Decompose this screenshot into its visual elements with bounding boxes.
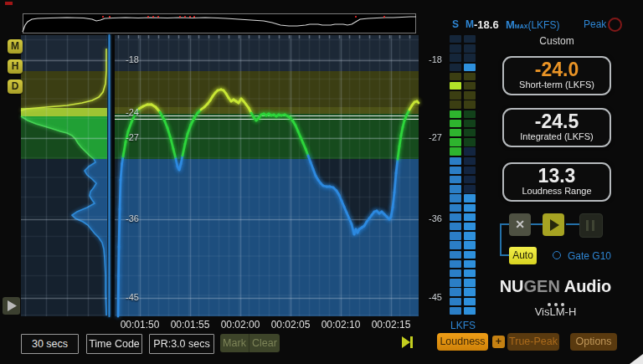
meter-m-segment (464, 194, 476, 202)
meter-m-segment (464, 269, 476, 277)
loudness-range-readout: 13.3 Loudness Range (502, 162, 611, 202)
meter-m-segment (464, 157, 476, 165)
loudness-range-value: 13.3 (504, 166, 610, 186)
time-axis-label: 00:01:50 (121, 319, 160, 331)
meter-s-segment (450, 54, 461, 61)
time-axis-label: 00:02:10 (322, 319, 361, 331)
meter-m-segment (464, 91, 476, 99)
short-term-label: Short-term (LKFS) (504, 79, 610, 90)
meter-s-segment (450, 138, 461, 146)
meter-s-segment (450, 100, 461, 108)
peak-label: Peak (584, 18, 606, 30)
meter-s-segment (450, 232, 461, 239)
mmax-label: MMAX(LKFS) (506, 18, 559, 31)
meter-m-segment (464, 35, 476, 43)
meter-m-segment (464, 73, 476, 80)
meter-m-segment (464, 298, 476, 305)
meter-m-segment (464, 167, 476, 174)
meter-s-segment (450, 64, 461, 71)
meter-m-segment (464, 288, 476, 295)
options-button[interactable]: Options (570, 333, 617, 351)
plot-db-label: -36 (126, 213, 139, 223)
meter-s-segment (450, 73, 461, 80)
loudness-range-label: Loudness Range (504, 186, 610, 196)
meter-m-segment (464, 100, 476, 108)
meter-m-segment (464, 54, 476, 61)
peak-indicator-lamp[interactable] (608, 18, 622, 32)
meter-s-segment (450, 129, 461, 136)
connector-line (566, 223, 579, 225)
meter-m-segment (464, 64, 476, 71)
meter-s-segment (450, 167, 461, 174)
meter-s-segment (450, 185, 461, 192)
meter-m-segment (464, 138, 476, 146)
meter-s-segment (450, 44, 461, 52)
meter-m-segment (464, 241, 476, 249)
meter-s-segment (450, 269, 461, 277)
auto-button[interactable]: Auto (509, 247, 537, 264)
graph-view-button-d[interactable]: D (8, 79, 23, 94)
meter-m-segment (464, 204, 476, 212)
meter-m-segment (464, 307, 476, 315)
preset-name[interactable]: Custom (511, 35, 603, 47)
resize-grip[interactable] (630, 354, 643, 364)
brand-nu: NU (500, 277, 524, 295)
meter-s-segment (450, 288, 461, 295)
meter-s-header: S (450, 18, 461, 30)
play-icon (550, 219, 559, 231)
timecode-button[interactable]: Time Code (86, 334, 142, 354)
window-length-button[interactable]: 30 secs (21, 334, 79, 354)
graph-view-button-h[interactable]: H (8, 59, 23, 74)
integrated-label: Integrated (LKFS) (504, 131, 610, 141)
meter-s-segment (450, 82, 461, 90)
meter-unit-label: LKFS (444, 320, 482, 331)
connector-line (500, 254, 509, 256)
pause-icon (592, 220, 594, 231)
meter-m-segment (464, 110, 476, 118)
meter-m-segment (464, 213, 476, 221)
vislm-plugin-window: { "colors":{"accent_blue":"#2e86d4","acc… (0, 0, 643, 364)
short-term-value: -24.0 (504, 59, 610, 79)
pr-window-button[interactable]: PR:3.0 secs (149, 334, 214, 354)
meter-s-segment (450, 213, 461, 221)
loudness-tab[interactable]: Loudness (437, 333, 488, 351)
play-button[interactable] (543, 213, 564, 236)
brand-logo: NUGEN Audio (491, 277, 620, 296)
pause-icon (586, 220, 589, 231)
meter-s-segment (450, 110, 461, 118)
mmax-value: -18.6 (474, 18, 499, 31)
meter-m-segment (464, 260, 476, 268)
clear-button[interactable]: Clear (249, 334, 280, 352)
reset-button[interactable]: ✕ (509, 213, 531, 236)
meter-s-segment (450, 260, 461, 268)
integrated-readout: -24.5 Integrated (LKFS) (502, 108, 611, 147)
brand-gen: GEN (524, 277, 560, 295)
gate-label: Gate G10 (568, 250, 611, 262)
meter-m-segment (464, 223, 476, 230)
connector-line (500, 223, 502, 256)
meter-m-segment (464, 251, 476, 259)
meter-m-segment (464, 129, 476, 136)
meter-s-segment (450, 91, 461, 99)
pause-button[interactable] (579, 213, 603, 238)
meter-m-segment (464, 147, 476, 155)
meter-db-label: -45 (419, 292, 442, 302)
meter-s-segment (450, 176, 461, 183)
meter-s-segment (450, 241, 461, 249)
true-peak-tab[interactable]: True-Peak (507, 333, 559, 351)
meter-s-segment (450, 147, 461, 155)
meter-m-segment (464, 44, 476, 52)
link-plus-button[interactable]: + (492, 336, 505, 348)
meter-m-segment (464, 176, 476, 183)
connector-line (501, 223, 509, 225)
graph-view-button-m[interactable]: M (8, 39, 23, 54)
record-indicator (5, 2, 13, 5)
integrated-value: -24.5 (504, 111, 610, 131)
meter-s-segment (450, 279, 461, 286)
short-term-readout: -24.0 Short-term (LKFS) (502, 56, 611, 95)
mark-button[interactable]: Mark (220, 334, 249, 352)
plot-db-label: -27 (126, 132, 139, 142)
meter-m-segment (464, 82, 476, 90)
meter-s-segment (450, 298, 461, 305)
meter-s-segment (450, 251, 461, 259)
